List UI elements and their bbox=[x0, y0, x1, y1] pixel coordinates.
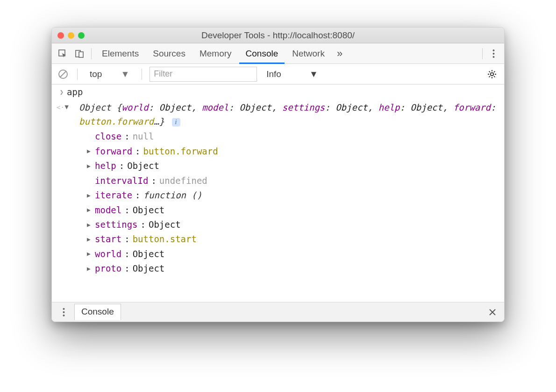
property-value: button.forward bbox=[143, 145, 218, 158]
tab-label: Memory bbox=[200, 49, 232, 59]
property-value: Object bbox=[127, 159, 159, 173]
property-value: Object bbox=[149, 218, 181, 231]
property-row[interactable]: ▶close: null bbox=[86, 129, 504, 144]
object-properties: ▶close: null▶forward: button.forward▶hel… bbox=[52, 129, 504, 276]
overflow-icon: » bbox=[337, 48, 342, 59]
tab-console[interactable]: Console bbox=[239, 43, 285, 64]
more-tabs-button[interactable]: » bbox=[332, 48, 347, 60]
filter-input[interactable] bbox=[150, 67, 257, 82]
zoom-window-button[interactable] bbox=[78, 32, 85, 39]
svg-line-16 bbox=[489, 76, 490, 77]
window-controls bbox=[57, 32, 85, 39]
clear-console-button[interactable] bbox=[57, 68, 70, 81]
property-row[interactable]: ▶model: Object bbox=[86, 203, 504, 217]
log-level-label: Info bbox=[266, 69, 281, 79]
property-row[interactable]: ▶iterate: function () bbox=[86, 188, 504, 203]
inspect-element-icon[interactable] bbox=[55, 46, 71, 61]
disclosure-triangle-icon[interactable]: ▶ bbox=[86, 249, 92, 259]
separator bbox=[482, 48, 483, 59]
property-key: intervalId bbox=[95, 174, 148, 188]
tab-memory[interactable]: Memory bbox=[193, 43, 238, 64]
console-input-row: ❯ app bbox=[52, 84, 504, 100]
property-key: proto bbox=[95, 262, 121, 275]
disclosure-triangle-icon[interactable]: ▶ bbox=[86, 191, 92, 200]
property-key: settings bbox=[95, 218, 138, 231]
minimize-window-button[interactable] bbox=[68, 32, 74, 39]
tab-label: Elements bbox=[102, 49, 139, 59]
svg-point-19 bbox=[63, 315, 64, 316]
property-value: Object bbox=[133, 262, 165, 275]
svg-point-3 bbox=[492, 49, 494, 51]
console-response-row: <· ▶ Object {world: Object, model: Objec… bbox=[52, 100, 504, 129]
svg-line-7 bbox=[60, 71, 66, 77]
tab-label: Network bbox=[292, 49, 325, 59]
svg-point-17 bbox=[63, 308, 64, 310]
disclosure-triangle-icon[interactable]: ▶ bbox=[86, 235, 92, 244]
svg-rect-2 bbox=[79, 52, 83, 57]
disclosure-triangle-icon[interactable]: ▶ bbox=[86, 220, 92, 230]
property-value: Object bbox=[133, 247, 165, 261]
drawer-tab-console[interactable]: Console bbox=[74, 304, 121, 320]
console-settings-button[interactable] bbox=[485, 67, 499, 82]
tab-network[interactable]: Network bbox=[285, 43, 331, 64]
property-row[interactable]: ▶help: Object bbox=[86, 159, 504, 173]
property-value: Object bbox=[133, 203, 165, 217]
property-row[interactable]: ▶settings: Object bbox=[86, 217, 504, 232]
close-window-button[interactable] bbox=[57, 32, 64, 39]
tab-label: Console bbox=[246, 49, 278, 59]
tab-sources[interactable]: Sources bbox=[146, 43, 192, 64]
device-toolbar-icon[interactable] bbox=[71, 46, 87, 61]
prompt-icon: ❯ bbox=[57, 85, 67, 98]
titlebar: Developer Tools - http://localhost:8080/ bbox=[52, 28, 504, 43]
property-value: button.start bbox=[133, 232, 197, 246]
tab-elements[interactable]: Elements bbox=[95, 43, 145, 64]
disclosure-triangle-icon[interactable]: ▶ bbox=[86, 205, 92, 215]
input-expression[interactable]: app bbox=[67, 85, 504, 99]
chevron-down-icon: ▼ bbox=[121, 69, 129, 79]
separator bbox=[142, 69, 142, 80]
object-preview[interactable]: Object {world: Object, model: Object, se… bbox=[79, 101, 504, 128]
property-value: undefined bbox=[159, 174, 207, 188]
disclosure-triangle-icon[interactable]: ▶ bbox=[86, 161, 92, 171]
property-value: null bbox=[133, 130, 154, 143]
property-row[interactable]: ▶intervalId: undefined bbox=[86, 174, 504, 188]
separator bbox=[77, 69, 78, 80]
response-gutter: <· ▶ bbox=[57, 101, 79, 114]
svg-line-15 bbox=[494, 71, 495, 72]
property-key: world bbox=[95, 247, 121, 261]
window-title: Developer Tools - http://localhost:8080/ bbox=[52, 30, 504, 41]
property-row[interactable]: ▶world: Object bbox=[86, 247, 504, 261]
disclosure-triangle-icon[interactable]: ▶ bbox=[86, 147, 92, 156]
svg-point-8 bbox=[491, 72, 493, 75]
svg-point-18 bbox=[63, 311, 64, 313]
disclosure-triangle-icon[interactable]: ▶ bbox=[86, 264, 92, 273]
property-key: forward bbox=[95, 145, 132, 158]
info-icon[interactable]: i bbox=[172, 118, 180, 126]
devtools-window: Developer Tools - http://localhost:8080/… bbox=[51, 27, 505, 322]
property-key: start bbox=[95, 232, 121, 246]
chevron-down-icon: ▼ bbox=[309, 69, 318, 79]
settings-menu-button[interactable] bbox=[485, 46, 501, 62]
svg-line-13 bbox=[489, 71, 490, 72]
log-level-selector[interactable]: Info ▼ bbox=[262, 67, 323, 82]
svg-point-5 bbox=[492, 56, 494, 58]
separator bbox=[91, 48, 92, 59]
context-selector[interactable]: top ▼ bbox=[85, 67, 134, 82]
drawer-menu-button[interactable] bbox=[56, 304, 71, 320]
disclosure-triangle-open[interactable]: ▶ bbox=[62, 105, 75, 109]
console-toolbar: top ▼ Info ▼ bbox=[52, 64, 504, 84]
console-output: ❯ app <· ▶ Object {world: Object, model:… bbox=[52, 84, 504, 302]
property-row[interactable]: ▶start: button.start bbox=[86, 232, 504, 246]
svg-point-4 bbox=[492, 53, 494, 55]
property-key: help bbox=[95, 159, 116, 173]
property-row[interactable]: ▶ proto : Object bbox=[86, 261, 504, 276]
context-label: top bbox=[90, 69, 102, 79]
property-value: function () bbox=[143, 189, 202, 202]
property-key: close bbox=[95, 130, 121, 143]
drawer-close-button[interactable] bbox=[485, 304, 500, 320]
property-key: model bbox=[95, 203, 121, 217]
panel-tabs: Elements Sources Memory Console Network … bbox=[52, 43, 504, 64]
svg-line-14 bbox=[494, 76, 495, 77]
property-row[interactable]: ▶forward: button.forward bbox=[86, 144, 504, 159]
drawer-tab-label: Console bbox=[81, 307, 114, 316]
